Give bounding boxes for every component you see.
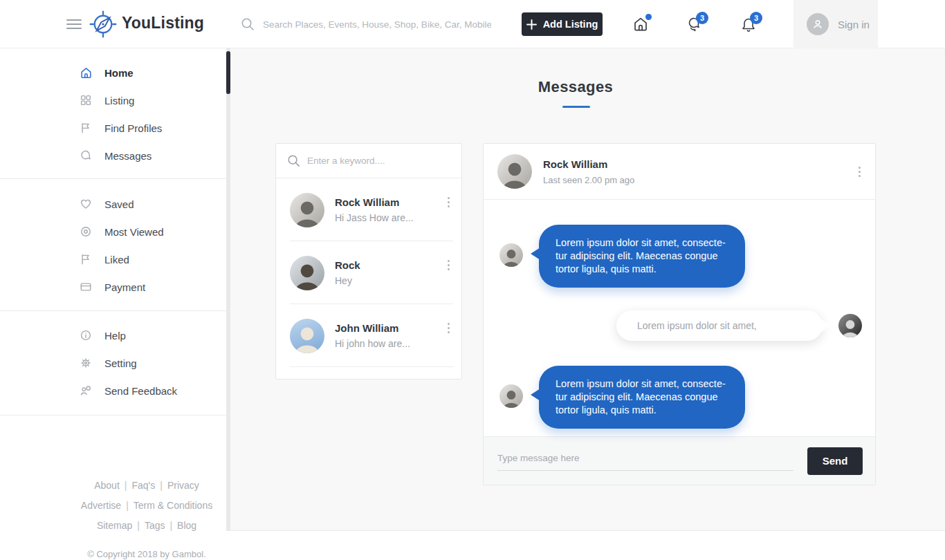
more-options-icon[interactable] — [446, 321, 452, 335]
sidebar-item-messages[interactable]: Messages — [0, 142, 226, 169]
sidebar-item-label: Messages — [104, 150, 152, 162]
user-avatar-icon — [807, 13, 829, 35]
sign-in-button[interactable]: Sign in — [793, 0, 878, 48]
conversation-name: Rock William — [335, 196, 414, 208]
avatar — [290, 193, 324, 227]
chat-contact-name: Rock William — [543, 158, 634, 170]
global-search — [241, 14, 504, 35]
conversation-preview: Hi john how are... — [335, 338, 410, 349]
flag-icon — [80, 253, 93, 265]
sidebar-item-label: Find Profiles — [104, 122, 162, 134]
footer-link-advertise[interactable]: Advertise — [81, 500, 121, 511]
footer-link-sitemap[interactable]: Sitemap — [97, 520, 132, 531]
add-listing-label: Add Listing — [543, 19, 598, 30]
message-input[interactable] — [497, 453, 793, 463]
sidebar-divider — [0, 415, 226, 416]
incoming-message-bubble: Lorem ipsum dolor sit amet, consecte-tur… — [539, 225, 745, 288]
footer-links-row: Sitemap|Tags|Blog — [59, 520, 234, 531]
conversation-search — [276, 144, 461, 178]
sidebar: Home Listing Find Profiles Messages — [0, 48, 226, 560]
plus-icon — [526, 19, 537, 30]
sidebar-item-home[interactable]: Home — [0, 59, 226, 86]
message-input-wrap — [497, 451, 793, 471]
sidebar-item-label: Help — [104, 330, 126, 342]
avatar — [838, 314, 862, 337]
sidebar-item-send-feedback[interactable]: Send Feedback — [0, 377, 226, 404]
sidebar-divider — [0, 310, 226, 311]
chat-last-seen: Last seen 2.00 pm ago — [543, 175, 634, 185]
sidebar-item-label: Saved — [104, 198, 134, 210]
footer-link-faqs[interactable]: Faq's — [131, 480, 155, 491]
conversation-item-john-william[interactable]: John William Hi john how are... — [276, 304, 461, 367]
avatar — [499, 384, 523, 408]
sidebar-item-find-profiles[interactable]: Find Profiles — [0, 114, 226, 142]
home-icon[interactable] — [632, 16, 649, 32]
add-listing-button[interactable]: Add Listing — [522, 12, 603, 36]
footer-link-terms[interactable]: Term & Conditions — [134, 500, 212, 511]
sidebar-item-label: Setting — [104, 357, 137, 369]
chat-panel: Rock William Last seen 2.00 pm ago Lorem… — [483, 143, 876, 485]
more-options-icon[interactable] — [446, 195, 452, 209]
footer-links-row: Advertise|Term & Conditions — [59, 500, 234, 511]
sidebar-item-most-viewed[interactable]: Most Viewed — [0, 218, 226, 245]
feedback-icon — [80, 384, 93, 397]
conversation-preview: Hi Jass How are... — [335, 212, 414, 223]
sidebar-item-liked[interactable]: Liked — [0, 245, 226, 273]
footer-separator: | — [126, 500, 129, 511]
title-underline — [562, 106, 590, 108]
footer-links-row: About|Faq's|Privacy — [59, 480, 234, 491]
compass-logo-icon[interactable] — [89, 10, 118, 39]
chat-contact-info: Rock William Last seen 2.00 pm ago — [543, 158, 634, 185]
sidebar-item-label: Liked — [104, 254, 129, 265]
conversation-search-input[interactable] — [307, 156, 439, 166]
conversation-name: Rock — [335, 259, 360, 271]
avatar — [497, 154, 532, 189]
sidebar-item-saved[interactable]: Saved — [0, 190, 226, 218]
footer-link-tags[interactable]: Tags — [145, 520, 165, 531]
grid-icon — [80, 94, 93, 106]
sidebar-divider — [0, 178, 226, 179]
sidebar-item-setting[interactable]: Setting — [0, 349, 226, 377]
page-title: Messages — [275, 78, 876, 96]
gear-icon — [80, 357, 93, 369]
messages-icon[interactable]: 3 — [686, 16, 703, 32]
conversation-text: Rock William Hi Jass How are... — [335, 196, 414, 223]
conversation-name: John William — [335, 322, 410, 334]
conversation-preview: Hey — [335, 275, 360, 286]
sidebar-item-label: Send Feedback — [104, 385, 177, 397]
notifications-badge: 3 — [750, 12, 762, 24]
chat-message-area: Lorem ipsum dolor sit amet, consecte-tur… — [484, 200, 875, 436]
heart-icon — [80, 198, 93, 210]
flag-icon — [80, 122, 93, 134]
avatar — [290, 319, 324, 353]
conversation-item-rock-william[interactable]: Rock William Hi Jass How are... — [276, 178, 461, 241]
more-options-icon[interactable] — [856, 165, 863, 179]
search-icon — [241, 17, 255, 31]
chat-composer: Send — [484, 436, 875, 485]
footer-separator: | — [137, 520, 140, 531]
incoming-message-bubble: Lorem ipsum dolor sit amet, consecte-tur… — [539, 366, 745, 429]
sidebar-item-label: Listing — [104, 95, 134, 106]
home-icon — [80, 66, 93, 80]
conversation-item-rock[interactable]: Rock Hey — [276, 241, 461, 304]
sidebar-item-payment[interactable]: Payment — [0, 273, 226, 301]
conversation-text: Rock Hey — [335, 259, 360, 286]
avatar — [290, 256, 324, 290]
send-button[interactable]: Send — [807, 447, 863, 475]
footer-link-about[interactable]: About — [94, 480, 120, 491]
sidebar-item-help[interactable]: Help — [0, 321, 226, 349]
sidebar-item-listing[interactable]: Listing — [0, 86, 226, 114]
footer-link-blog[interactable]: Blog — [177, 520, 196, 531]
hamburger-menu-icon[interactable] — [66, 19, 82, 30]
chat-bubble-icon — [80, 149, 93, 162]
brand-name[interactable]: YouListing — [122, 14, 204, 32]
sidebar-item-label: Home — [104, 67, 134, 79]
eye-icon — [80, 225, 93, 238]
notifications-bell-icon[interactable]: 3 — [740, 16, 757, 32]
footer-separator: | — [125, 480, 127, 491]
card-icon — [80, 281, 93, 293]
sign-in-label: Sign in — [838, 19, 870, 30]
global-search-input[interactable] — [263, 19, 491, 30]
more-options-icon[interactable] — [446, 258, 452, 272]
footer-link-privacy[interactable]: Privacy — [167, 480, 199, 491]
